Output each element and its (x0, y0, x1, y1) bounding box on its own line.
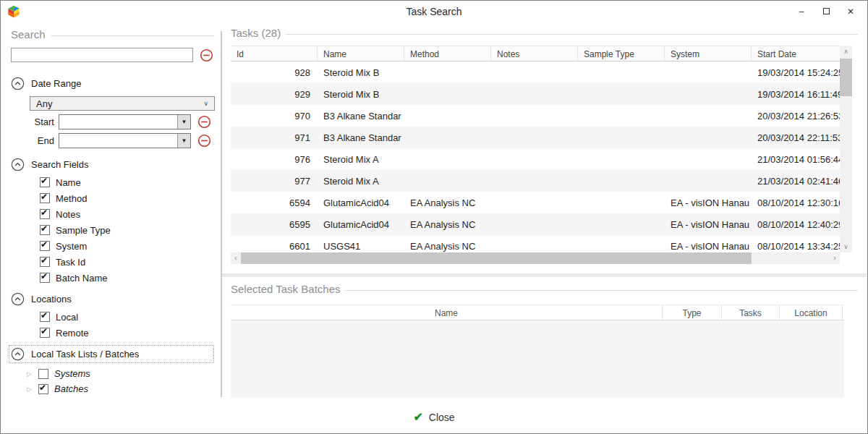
tree-item-label: Systems (54, 368, 90, 379)
close-window-button[interactable]: ✕ (838, 2, 863, 21)
locations-expander[interactable]: Locations (11, 292, 221, 306)
search-input[interactable] (11, 48, 193, 62)
local-task-lists-expander[interactable]: Local Task Lists / Batches (11, 347, 212, 361)
task-row[interactable]: 976 Steroid Mix A 21/03/2014 01:56:44 (231, 148, 840, 170)
column-header-name[interactable]: Name (231, 305, 662, 320)
maximize-button[interactable] (814, 2, 838, 21)
search-field-checkbox-row[interactable]: ✔ Batch Name (40, 270, 221, 286)
checkbox-label: Local (56, 312, 78, 323)
column-header-notes[interactable]: Notes (491, 46, 578, 61)
tree-expand-icon[interactable]: ▷ (27, 386, 38, 393)
tree-item[interactable]: ▷ ✔ Batches (27, 381, 221, 396)
selected-batches-title: Selected Task Batches (231, 283, 340, 295)
checkbox-label: Method (56, 193, 87, 204)
checkbox[interactable]: ✔ (40, 225, 50, 235)
search-field-checkbox-row[interactable]: ✔ System (40, 238, 221, 254)
task-row[interactable]: 970 B3 Alkane Standar 20/03/2014 21:26:5… (231, 105, 840, 127)
check-icon: ✔ (41, 176, 48, 186)
checkbox[interactable]: ✔ (40, 273, 50, 283)
locations-label: Locations (31, 294, 72, 305)
task-row[interactable]: 977 Steroid Mix A 21/03/2014 02:41:46 (231, 170, 840, 192)
search-field-checkbox-row[interactable]: ✔ Sample Type (40, 222, 221, 238)
column-header-id[interactable]: Id (231, 46, 318, 61)
title-rule (286, 34, 858, 35)
task-search-window: Task Search – ✕ Search Date Range Any (0, 0, 868, 434)
checkbox[interactable]: ✔ (40, 209, 50, 219)
task-row[interactable]: 6601 USGS41 EA Analysis NC EA - visION H… (231, 235, 840, 252)
vertical-scrollbar[interactable]: ∧ ∨ (840, 46, 852, 252)
clear-search-icon[interactable] (200, 48, 213, 62)
task-method-cell: EA Analysis NC (404, 197, 491, 208)
search-field-checkbox-row[interactable]: ✔ Notes (40, 206, 221, 222)
search-fields-expander[interactable]: Search Fields (11, 158, 221, 171)
clear-end-date-icon[interactable] (197, 134, 211, 148)
task-row[interactable]: 6595 GlutamicAcid04 EA Analysis NC EA - … (231, 213, 840, 235)
check-icon: ✔ (41, 310, 48, 320)
checkbox-label: Sample Type (56, 225, 111, 236)
checkbox[interactable]: ✔ (40, 328, 50, 338)
task-system-cell: EA - visION Hanau (665, 219, 752, 230)
column-header-tasks[interactable]: Tasks (721, 305, 779, 320)
task-row[interactable]: 929 Steroid Mix B 19/03/2014 16:11:49 (231, 83, 840, 105)
maximize-icon (823, 8, 830, 14)
checkbox[interactable]: ✔ (40, 241, 50, 251)
search-field-checkbox-row[interactable]: ✔ Method (40, 190, 221, 206)
scroll-left-icon[interactable]: ‹ (231, 252, 241, 264)
column-header-method[interactable]: Method (404, 46, 491, 61)
column-header-system[interactable]: System (665, 46, 752, 61)
column-header-name[interactable]: Name (318, 46, 404, 61)
end-date-picker[interactable]: ▼ (59, 133, 191, 148)
start-date-picker[interactable]: ▼ (59, 114, 191, 129)
check-icon: ✔ (41, 255, 48, 265)
search-fields-label: Search Fields (31, 159, 88, 170)
checkbox[interactable]: ✔ (40, 193, 50, 203)
column-header-sample-type[interactable]: Sample Type (578, 46, 665, 61)
task-row[interactable]: 971 B3 Alkane Standar 20/03/2014 22:11:5… (231, 127, 840, 148)
tree-item-label: Batches (54, 383, 88, 394)
check-icon: ✔ (41, 224, 48, 234)
title-rule (345, 290, 858, 291)
column-header-start-date[interactable]: Start Date (752, 46, 840, 61)
search-field-checkbox-row[interactable]: ✔ Task Id (40, 254, 221, 270)
dropdown-arrow-icon[interactable]: ▼ (177, 115, 190, 129)
task-method-cell: EA Analysis NC (404, 219, 491, 230)
start-date-value (59, 115, 177, 129)
task-row[interactable]: 6594 GlutamicAcid04 EA Analysis NC EA - … (231, 192, 840, 213)
location-checkbox-row[interactable]: ✔ Remote (40, 325, 221, 341)
dialog-footer: ✔ Close (1, 410, 867, 429)
search-field-checkbox-row[interactable]: ✔ Name (40, 174, 221, 190)
scroll-down-icon[interactable]: ∨ (840, 241, 852, 252)
scroll-up-icon[interactable]: ∧ (840, 46, 852, 57)
horizontal-scrollbar-thumb[interactable] (241, 252, 752, 264)
checkbox[interactable]: ✔ (40, 257, 50, 267)
tree-item[interactable]: ▷ ✔ Systems (27, 366, 221, 381)
clear-start-date-icon[interactable] (197, 115, 211, 129)
dropdown-arrow-icon[interactable]: ▼ (177, 134, 190, 148)
date-range-preset-select[interactable]: Any ∨ (30, 96, 215, 111)
close-dialog-button[interactable]: ✔ Close (413, 410, 454, 424)
scroll-right-icon[interactable]: › (830, 252, 840, 264)
checkbox[interactable]: ✔ (38, 384, 48, 394)
task-id-cell: 977 (231, 176, 318, 187)
chevron-down-icon: ∨ (203, 100, 208, 107)
task-row[interactable]: 928 Steroid Mix B 19/03/2014 15:24:25 (231, 61, 840, 83)
task-id-cell: 929 (231, 89, 318, 100)
tree-expand-icon[interactable]: ▷ (27, 370, 38, 378)
checkbox[interactable]: ✔ (40, 312, 50, 322)
date-range-preset-value: Any (36, 98, 52, 109)
checkbox[interactable]: ✔ (38, 369, 48, 379)
column-header-type[interactable]: Type (662, 305, 721, 320)
column-header-location[interactable]: Location (779, 305, 843, 320)
checkbox[interactable]: ✔ (40, 177, 50, 187)
location-checkbox-row[interactable]: ✔ Local (40, 309, 221, 325)
end-date-value (59, 134, 177, 148)
minimize-button[interactable]: – (789, 2, 814, 21)
vertical-scrollbar-thumb[interactable] (840, 59, 852, 96)
panel-splitter[interactable] (222, 273, 867, 277)
search-panel: Search Date Range Any ∨ Start ▼ (1, 22, 221, 433)
horizontal-scrollbar[interactable]: ‹ › (231, 252, 840, 264)
task-start-date-cell: 21/03/2014 01:56:44 (752, 154, 840, 165)
check-icon: ✔ (413, 410, 422, 424)
date-range-expander[interactable]: Date Range (11, 77, 221, 90)
task-id-cell: 6595 (231, 219, 318, 230)
